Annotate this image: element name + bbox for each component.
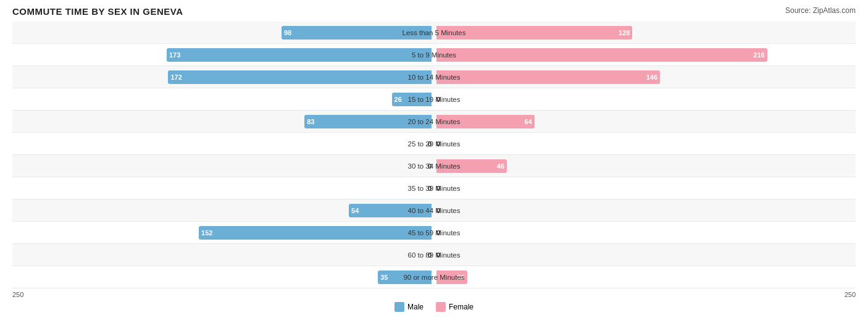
chart-header: COMMUTE TIME BY SEX IN GENEVA Source: Zi… xyxy=(12,6,856,17)
bar-female: 128 xyxy=(436,26,632,40)
male-value: 152 xyxy=(199,229,212,237)
chart-row: 030 to 34 Minutes46 xyxy=(12,155,856,177)
bar-male: 26 xyxy=(392,93,432,106)
female-value: 146 xyxy=(646,73,660,81)
male-value: 26 xyxy=(392,96,402,103)
male-value: 83 xyxy=(304,118,314,125)
left-section: 0 xyxy=(12,177,434,199)
chart-row: 15245 to 59 Minutes0 xyxy=(12,222,856,244)
female-value-zero: 0 xyxy=(436,140,440,148)
left-section: 152 xyxy=(12,222,434,243)
right-section: 46 xyxy=(434,155,856,177)
left-section: 54 xyxy=(12,199,434,221)
chart-row: 025 to 29 Minutes0 xyxy=(12,133,856,155)
right-section: 0 xyxy=(434,177,856,199)
female-value-zero: 0 xyxy=(436,96,440,103)
right-section: 128 xyxy=(434,22,856,43)
chart-row: 8320 to 24 Minutes64 xyxy=(12,111,856,133)
axis-right: 250 xyxy=(434,291,856,298)
female-value: 46 xyxy=(497,162,507,170)
female-value: 20 xyxy=(457,274,467,281)
male-value: 54 xyxy=(349,207,359,214)
bar-male: 54 xyxy=(349,204,432,217)
right-section: 146 xyxy=(434,66,856,88)
left-section: 35 xyxy=(12,266,434,288)
female-value: 64 xyxy=(524,118,534,125)
female-value-zero: 0 xyxy=(436,185,440,192)
bar-male: 152 xyxy=(199,226,432,240)
male-value: 173 xyxy=(167,51,180,59)
chart-area: 98Less than 5 Minutes1281735 to 9 Minute… xyxy=(12,22,856,288)
left-section: 26 xyxy=(12,88,434,110)
bar-male: 172 xyxy=(168,70,432,84)
female-value-zero: 0 xyxy=(436,251,440,259)
legend: Male Female xyxy=(12,302,856,312)
source-text: Source: ZipAtlas.com xyxy=(785,6,856,15)
female-value-zero: 0 xyxy=(436,207,440,214)
bar-female: 20 xyxy=(436,271,467,284)
bar-male: 83 xyxy=(304,115,432,128)
male-value-zero: 0 xyxy=(428,251,432,259)
right-section: 0 xyxy=(434,199,856,221)
right-section: 0 xyxy=(434,133,856,154)
chart-row: 035 to 39 Minutes0 xyxy=(12,177,856,199)
bar-male: 35 xyxy=(378,271,432,284)
axis-left: 250 xyxy=(12,291,434,298)
right-section: 0 xyxy=(434,88,856,110)
female-value-zero: 0 xyxy=(436,229,440,237)
male-value-zero: 0 xyxy=(428,162,432,170)
axis-row: 250 250 xyxy=(12,291,856,298)
left-section: 0 xyxy=(12,133,434,154)
right-section: 0 xyxy=(434,222,856,243)
right-section: 64 xyxy=(434,111,856,132)
male-value-zero: 0 xyxy=(428,140,432,148)
chart-row: 3590 or more Minutes20 xyxy=(12,266,856,288)
male-value-zero: 0 xyxy=(428,185,432,192)
chart-row: 5440 to 44 Minutes0 xyxy=(12,199,856,222)
bar-male: 173 xyxy=(167,48,432,62)
chart-row: 1735 to 9 Minutes216 xyxy=(12,44,856,66)
female-swatch xyxy=(436,302,446,312)
male-value: 98 xyxy=(282,29,291,36)
chart-row: 98Less than 5 Minutes128 xyxy=(12,22,856,44)
female-value: 128 xyxy=(619,29,632,36)
right-section: 20 xyxy=(434,266,856,288)
bar-male: 98 xyxy=(282,26,432,40)
male-value: 172 xyxy=(168,73,182,81)
chart-row: 17210 to 14 Minutes146 xyxy=(12,66,856,88)
chart-row: 060 to 89 Minutes0 xyxy=(12,244,856,266)
left-section: 98 xyxy=(12,22,434,43)
bar-female: 146 xyxy=(436,70,660,84)
bar-female: 46 xyxy=(436,159,507,173)
left-section: 172 xyxy=(12,66,434,88)
chart-row: 2615 to 19 Minutes0 xyxy=(12,88,856,111)
left-section: 0 xyxy=(12,155,434,177)
male-value: 35 xyxy=(378,274,388,281)
left-section: 173 xyxy=(12,44,434,65)
chart-wrapper: COMMUTE TIME BY SEX IN GENEVA Source: Zi… xyxy=(12,6,856,312)
legend-female: Female xyxy=(436,302,474,312)
legend-male: Male xyxy=(394,302,424,312)
bar-female: 64 xyxy=(436,115,535,128)
male-label: Male xyxy=(407,303,424,311)
male-swatch xyxy=(394,302,404,312)
left-section: 0 xyxy=(12,244,434,266)
female-value: 216 xyxy=(753,51,767,59)
female-label: Female xyxy=(449,303,474,311)
left-section: 83 xyxy=(12,111,434,132)
right-section: 216 xyxy=(434,44,856,65)
bar-female: 216 xyxy=(436,48,767,62)
right-section: 0 xyxy=(434,244,856,266)
chart-title: COMMUTE TIME BY SEX IN GENEVA xyxy=(12,6,183,17)
